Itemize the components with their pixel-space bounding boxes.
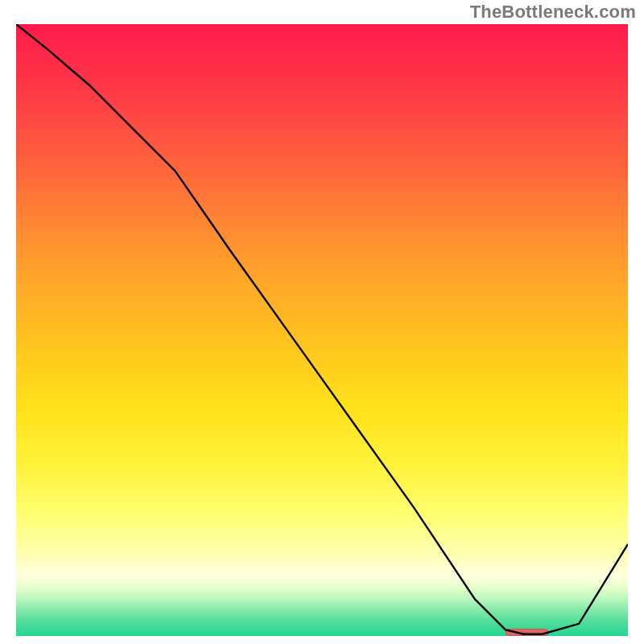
watermark-text: TheBottleneck.com — [470, 2, 636, 23]
bottleneck-curve — [16, 24, 628, 634]
plot-area — [16, 24, 628, 636]
chart-overlay-svg — [16, 24, 628, 636]
chart-container: TheBottleneck.com — [0, 0, 644, 644]
